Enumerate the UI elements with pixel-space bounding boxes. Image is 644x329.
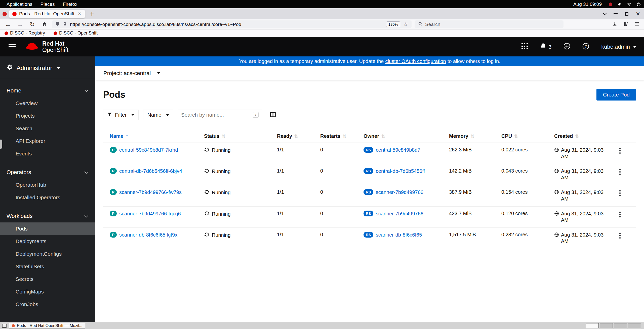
column-header-restarts[interactable]: Restarts⇅: [314, 130, 357, 143]
close-icon[interactable]: ×: [636, 10, 640, 17]
owner-link[interactable]: scanner-7b9d499766: [376, 211, 423, 216]
create-pod-button[interactable]: Create Pod: [596, 89, 636, 101]
filter-dropdown[interactable]: Filter: [103, 110, 139, 120]
bookmark-disco-openshift[interactable]: DISCO - OpenShift: [54, 30, 98, 36]
globe-icon: [554, 190, 559, 196]
project-selector[interactable]: Project: acs-central: [103, 70, 151, 77]
sidebar-item-installed-operators[interactable]: Installed Operators: [0, 191, 95, 204]
owner-link[interactable]: central-59c849b8d7: [376, 147, 420, 153]
sidebar-item-api-explorer[interactable]: API Explorer: [0, 135, 95, 147]
taskbar-window-button[interactable]: Pods - Red Hat OpenShift — Mozil...: [9, 323, 85, 328]
browser-tab[interactable]: Pods - Red Hat OpenShift ×: [9, 10, 85, 18]
kebab-menu-button[interactable]: [617, 189, 623, 198]
sidebar-item-cronjobs[interactable]: CronJobs: [0, 298, 95, 311]
name-search-input[interactable]: [181, 112, 251, 118]
kebab-menu-button[interactable]: [617, 147, 623, 155]
url-bar[interactable]: https://console-openshift-console.apps.d…: [52, 20, 412, 28]
back-icon[interactable]: ←: [4, 21, 13, 27]
sidebar-item-events[interactable]: Events: [0, 147, 95, 160]
forward-icon[interactable]: →: [16, 21, 25, 27]
shield-icon[interactable]: [55, 21, 60, 27]
power-icon[interactable]: [636, 2, 641, 7]
pod-link[interactable]: scanner-db-8f6c6f65-kjt9x: [119, 232, 177, 238]
sidebar-item-deployments[interactable]: Deployments: [0, 235, 95, 248]
workspace-4[interactable]: [628, 323, 641, 328]
column-header-name[interactable]: Name↑: [103, 130, 197, 143]
owner-link[interactable]: scanner-db-8f6c6f65: [376, 232, 422, 238]
owner-link[interactable]: central-db-7d6b5456ff: [376, 168, 425, 174]
pod-link[interactable]: central-59c849b8d7-7krhd: [119, 147, 178, 153]
column-header-owner[interactable]: Owner⇅: [357, 130, 442, 143]
column-header-cpu[interactable]: CPU⇅: [495, 130, 548, 143]
help-icon[interactable]: ?: [582, 43, 589, 51]
window-list-icon[interactable]: [2, 324, 7, 328]
sidebar-item-configmaps[interactable]: ConfigMaps: [0, 285, 95, 298]
pod-link[interactable]: scanner-7b9d499766-fw79s: [119, 189, 182, 195]
volume-icon[interactable]: [617, 2, 622, 7]
workspace-2[interactable]: [600, 323, 613, 328]
attribute-dropdown[interactable]: Name: [143, 110, 173, 120]
browser-search-input[interactable]: [425, 22, 560, 27]
nav-section-toggle-home[interactable]: Home: [0, 84, 95, 97]
manage-columns-button[interactable]: [269, 111, 277, 119]
cell-actions: [611, 227, 636, 249]
app-launcher-icon[interactable]: [521, 43, 528, 50]
owner-link[interactable]: scanner-7b9d499766: [376, 189, 423, 195]
kebab-menu-button[interactable]: [617, 232, 623, 240]
lock-icon[interactable]: [63, 22, 67, 27]
sidebar-item-secrets[interactable]: Secrets: [0, 273, 95, 285]
nav-section-toggle-operators[interactable]: Operators: [0, 166, 95, 179]
brand-line2: OpenShift: [42, 47, 68, 53]
menu-icon[interactable]: [634, 21, 639, 27]
topbar-menu-places[interactable]: Places: [37, 1, 58, 8]
quick-create-icon[interactable]: [564, 43, 570, 51]
tab-close-icon[interactable]: ×: [77, 11, 82, 17]
list-tabs-icon[interactable]: [603, 12, 607, 15]
sidebar-item-pods[interactable]: Pods: [0, 222, 95, 235]
topbar-menu-applications[interactable]: Applications: [3, 1, 36, 8]
pod-link[interactable]: scanner-7b9d499766-tqcq6: [119, 211, 181, 216]
minimize-icon[interactable]: [614, 13, 618, 14]
cell-cpu: 0.120 cores: [495, 206, 548, 227]
column-header-memory[interactable]: Memory⇅: [442, 130, 495, 143]
sidebar-item-search[interactable]: Search: [0, 122, 95, 135]
downloads-icon[interactable]: [612, 21, 617, 27]
panel-handle[interactable]: [0, 140, 2, 149]
workspace-1[interactable]: [586, 323, 599, 328]
workspace-3[interactable]: [614, 323, 627, 328]
sidebar-item-deploymentconfigs[interactable]: DeploymentConfigs: [0, 248, 95, 260]
name-search-box[interactable]: /: [178, 110, 262, 120]
notifications-button[interactable]: 3: [540, 43, 552, 51]
maximize-icon[interactable]: [625, 12, 628, 16]
nav-section-toggle-workloads[interactable]: Workloads: [0, 210, 95, 222]
caret-down-icon[interactable]: [157, 72, 160, 74]
cell-status: Running: [197, 227, 270, 249]
reload-icon[interactable]: ↻: [28, 21, 37, 27]
oauth-configuration-link[interactable]: cluster OAuth configuration: [385, 58, 446, 64]
sidebar-item-statefulsets[interactable]: StatefulSets: [0, 260, 95, 273]
kebab-menu-button[interactable]: [617, 168, 623, 177]
column-header-status[interactable]: Status⇅: [197, 130, 270, 143]
bookmark-star-icon[interactable]: ☆: [403, 21, 408, 27]
browser-search-bar[interactable]: [415, 20, 564, 28]
user-menu[interactable]: kube:admin: [601, 44, 636, 50]
cell-memory: 387.9 MiB: [442, 185, 495, 206]
bookmark-disco-registry[interactable]: DISCO - Registry: [5, 30, 45, 36]
column-header-created[interactable]: Created⇅: [548, 130, 611, 143]
column-header-ready[interactable]: Ready⇅: [270, 130, 314, 143]
sidebar-item-operatorhub[interactable]: OperatorHub: [0, 179, 95, 191]
library-icon[interactable]: [623, 21, 628, 27]
pod-link[interactable]: central-db-7d6b5456ff-6bjv4: [119, 168, 182, 174]
hamburger-menu-icon[interactable]: [8, 43, 17, 51]
sidebar-item-projects[interactable]: Projects: [0, 110, 95, 122]
zoom-indicator[interactable]: 130%: [386, 21, 400, 27]
perspective-switcher[interactable]: Administrator: [0, 56, 95, 78]
clock[interactable]: Aug 31 09:09: [573, 2, 602, 7]
home-icon[interactable]: [40, 21, 49, 27]
new-tab-button[interactable]: +: [87, 10, 96, 17]
kebab-menu-button[interactable]: [617, 211, 623, 219]
topbar-menu-firefox[interactable]: Firefox: [59, 1, 81, 8]
sidebar-item-overview[interactable]: Overview: [0, 97, 95, 110]
window-icon[interactable]: [3, 12, 7, 16]
network-icon[interactable]: [627, 2, 631, 7]
